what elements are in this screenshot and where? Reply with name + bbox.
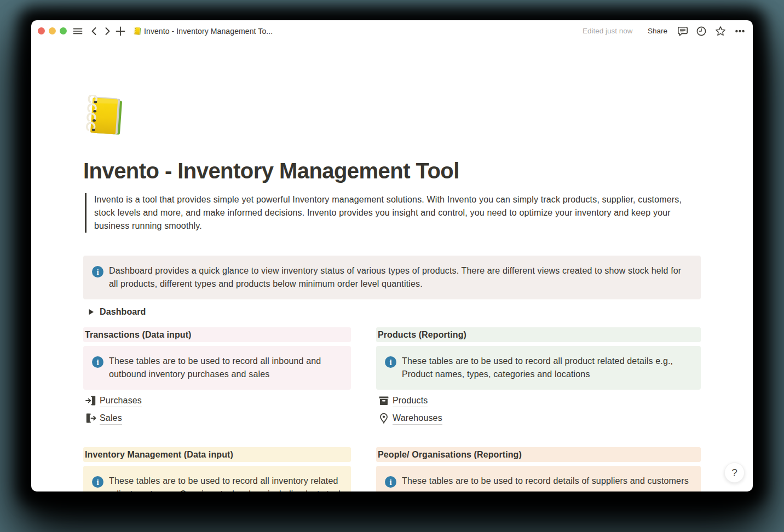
page-link-sales[interactable]: Sales (83, 410, 351, 426)
info-icon (385, 476, 396, 488)
comments-icon[interactable] (677, 26, 688, 37)
more-options-ellipsis-icon[interactable] (735, 28, 745, 34)
traffic-light-close-button[interactable] (38, 27, 45, 34)
desktop-background: { "desktop": { "background": "#4e6e79" }… (0, 0, 784, 532)
share-button[interactable]: Share (648, 20, 667, 42)
location-pin-icon (378, 413, 389, 424)
section-heading-transactions[interactable]: Transactions (Data input) (83, 327, 351, 342)
two-column-layout: Transactions (Data input) These tables a… (83, 327, 701, 491)
products-callout[interactable]: These tables are to be used to record al… (376, 346, 701, 390)
page-link-label[interactable]: Purchases (100, 394, 142, 407)
quote-line: Invento is a tool that provides simple y… (94, 193, 699, 206)
page-link-products[interactable]: Products (376, 392, 701, 409)
page-icon-ledger-emoji[interactable] (85, 95, 126, 138)
tab-page-emoji-ledger (133, 27, 142, 36)
callout-line: Dashboard provides a quick glance to vie… (109, 264, 681, 277)
sidebar-menu-icon[interactable] (73, 26, 83, 36)
favorite-star-icon[interactable] (715, 26, 726, 37)
window-titlebar: Invento - Inventory Management To... Edi… (31, 20, 753, 42)
callout-line: These tables are to be used to record al… (402, 355, 673, 368)
back-icon[interactable] (90, 27, 98, 36)
callout-line: Product names, types, categories and loc… (402, 368, 673, 381)
page-link-purchases[interactable]: Purchases (83, 392, 351, 409)
dashboard-info-callout[interactable]: Dashboard provides a quick glance to vie… (83, 256, 701, 299)
edited-status: Edited just now (583, 20, 633, 42)
section-heading-inventory-management[interactable]: Inventory Management (Data input) (83, 447, 351, 462)
right-column: Products (Reporting) These tables are to… (376, 327, 701, 491)
page-link-label[interactable]: Warehouses (393, 412, 442, 425)
info-icon (92, 356, 103, 368)
help-button[interactable]: ? (724, 462, 745, 483)
traffic-light-minimize-button[interactable] (49, 27, 56, 34)
page-link-label[interactable]: Sales (100, 412, 122, 425)
callout-line: adjustments e.g., Opening stock values i… (109, 488, 343, 491)
toggle-collapsed-triangle-icon[interactable] (85, 306, 97, 318)
quote-block[interactable]: Invento is a tool that provides simple y… (85, 193, 699, 233)
callout-line: outbound inventory purchases and sales (109, 368, 321, 381)
inventory-callout[interactable]: These tables are to be used to record al… (83, 466, 351, 491)
page-title[interactable]: Invento - Inventory Management Tool (83, 158, 701, 184)
door-exit-icon (85, 413, 96, 424)
callout-line: all products, different types and produc… (109, 277, 681, 291)
traffic-light-zoom-button[interactable] (60, 27, 67, 34)
info-icon (92, 476, 103, 488)
notion-app-window: Invento - Inventory Management To... Edi… (31, 20, 753, 491)
info-icon (385, 356, 396, 368)
info-icon (92, 266, 103, 277)
door-enter-icon (85, 395, 96, 406)
people-callout[interactable]: These tables are to be used to record de… (376, 466, 701, 491)
updates-clock-icon[interactable] (696, 26, 706, 36)
archive-box-icon (378, 395, 389, 406)
tab-title[interactable]: Invento - Inventory Management To... (144, 20, 273, 42)
page-link-label[interactable]: Products (393, 394, 428, 407)
section-heading-people-organisations[interactable]: People/ Organisations (Reporting) (376, 447, 701, 462)
left-column: Transactions (Data input) These tables a… (83, 327, 351, 491)
forward-icon[interactable] (103, 27, 112, 36)
page-link-warehouses[interactable]: Warehouses (376, 410, 701, 426)
new-tab-plus-icon[interactable] (116, 26, 125, 36)
quote-line: business running smoothly. (94, 219, 699, 233)
transactions-callout[interactable]: These tables are to be used to record al… (83, 346, 351, 390)
dashboard-toggle-label[interactable]: Dashboard (100, 304, 146, 320)
quote-line: stock levels and more, and make informed… (94, 206, 699, 219)
callout-line: These tables are to be used to record al… (109, 475, 343, 488)
callout-line: These tables are to be used to record de… (402, 475, 689, 488)
callout-line: These tables are to be used to record al… (109, 355, 321, 368)
section-heading-products[interactable]: Products (Reporting) (376, 327, 701, 342)
